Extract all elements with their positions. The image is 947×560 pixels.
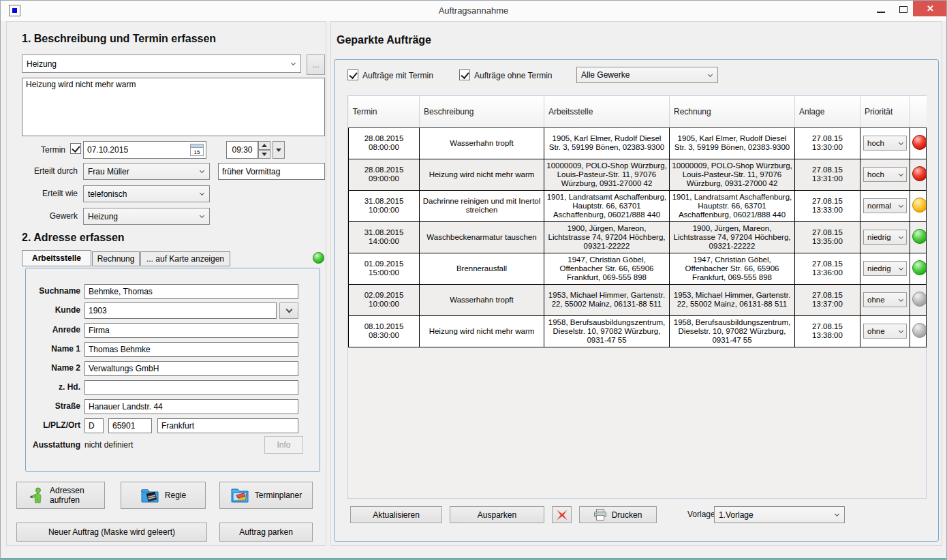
info-button[interactable]: Info <box>264 436 303 454</box>
status-dot <box>912 292 927 307</box>
close-button[interactable] <box>913 1 947 16</box>
strasse-input[interactable] <box>84 399 298 414</box>
cell-beschreibung: Heizung wird nicht mehr warm <box>420 159 544 190</box>
chevron-down-icon <box>200 213 204 218</box>
time-down-button[interactable] <box>258 150 270 159</box>
time-up-button[interactable] <box>258 141 270 150</box>
parked-orders-title: Geparkte Aufträge <box>337 34 431 46</box>
priority-combo[interactable]: niedrig <box>863 261 907 276</box>
ausparken-button[interactable]: Ausparken <box>450 506 544 523</box>
anrede-input[interactable] <box>84 323 298 338</box>
parked-orders-panel: Geparkte Aufträge Aufträge mit Termin Au… <box>330 21 942 546</box>
priority-combo[interactable]: hoch <box>863 167 907 182</box>
cell-termin: 08.10.2015 08:30:00 <box>349 315 420 347</box>
plz-input[interactable] <box>108 418 152 433</box>
vorlage-combo[interactable]: 1.Vorlage <box>714 506 845 523</box>
cell-anlage: 27.08.15 13:31:00 <box>795 159 860 190</box>
tab-arbeitsstelle[interactable]: Arbeitsstelle <box>22 250 91 266</box>
regie-button[interactable]: Regie <box>121 482 206 509</box>
calendar-icon[interactable]: 15 <box>190 144 204 156</box>
description-combo[interactable]: Heizung <box>22 55 301 73</box>
priority-combo[interactable]: normal <box>863 198 907 213</box>
col-rechnung[interactable]: Rechnung <box>670 96 795 127</box>
gewerk-label: Gewerk <box>7 211 78 221</box>
erteilt-wie-combo[interactable]: telefonisch <box>83 185 210 202</box>
ort-input[interactable] <box>157 418 298 433</box>
table-row[interactable]: 28.08.2015 09:00:00 Heizung wird nicht m… <box>349 159 927 190</box>
window-bottom-edge <box>1 558 946 559</box>
name2-input[interactable] <box>84 361 298 376</box>
description-textarea[interactable]: Heizung wird nicht mehr warm <box>22 78 325 136</box>
triangle-down-icon <box>262 153 267 156</box>
col-prioritaet[interactable]: Priorität <box>860 96 910 127</box>
cell-anlage: 27.08.15 13:38:00 <box>795 315 860 347</box>
neuer-auftrag-button[interactable]: Neuer Auftrag (Maske wird geleert) <box>16 523 207 542</box>
maximize-button[interactable] <box>893 1 913 18</box>
cell-arbeitsstelle: 10000009, POLO-Shop Würzburg, Louis-Past… <box>544 159 670 190</box>
col-termin[interactable]: Termin <box>349 96 420 127</box>
adressen-aufrufen-button[interactable]: Adressen aufrufen <box>16 482 105 509</box>
parked-orders-table: Termin Beschreibung Arbeitsstelle Rechnu… <box>348 96 927 347</box>
titlebar: Auftragsannahme <box>1 1 946 21</box>
gewerk-combo[interactable]: Heizung <box>83 208 210 225</box>
gewerke-filter-combo[interactable]: Alle Gewerke <box>576 67 718 83</box>
anrede-label: Anrede <box>7 325 80 335</box>
cell-prioritaet: hoch <box>860 127 910 159</box>
zhd-input[interactable] <box>84 380 298 395</box>
kunde-dropdown-button[interactable] <box>279 302 298 319</box>
table-row[interactable]: 28.08.2015 08:00:00 Wasserhahn tropft 19… <box>349 127 927 159</box>
triangle-up-icon <box>262 144 267 147</box>
cell-rechnung: 1905, Karl Elmer, Rudolf Diesel Str. 3, … <box>670 127 795 159</box>
aktualisieren-button[interactable]: Aktualisieren <box>350 506 442 523</box>
table-row[interactable]: 02.09.2015 10:00:00 Wasserhahn tropft 19… <box>349 284 927 315</box>
tab-rechnung[interactable]: Rechnung <box>92 251 140 266</box>
name2-label: Name 2 <box>7 363 80 373</box>
delete-button[interactable] <box>552 506 572 523</box>
kunde-input[interactable] <box>84 302 277 319</box>
table-row[interactable]: 31.08.2015 14:00:00 Waschbeckenarmatur t… <box>349 221 927 253</box>
cell-beschreibung: Heizung wird nicht mehr warm <box>420 315 544 347</box>
status-dot <box>912 135 927 150</box>
section1-title: 1. Beschreibung und Termin erfassen <box>22 33 216 45</box>
lplzort-label: L/PLZ/Ort <box>7 420 80 430</box>
priority-combo[interactable]: hoch <box>863 136 907 151</box>
termin-checkbox[interactable] <box>70 143 81 154</box>
erteilt-durch-combo[interactable]: Frau Müller <box>83 163 210 180</box>
auftraege-ohne-termin-checkbox[interactable] <box>459 69 470 80</box>
cell-rechnung: 1900, Jürgen, Mareon, Lichtstrasse 74, 9… <box>670 221 795 253</box>
name1-input[interactable] <box>84 342 298 357</box>
termin-date-field[interactable]: 15 <box>83 141 206 159</box>
minimize-button[interactable] <box>870 1 892 18</box>
table-row[interactable]: 01.09.2015 15:00:00 Brennerausfall 1947,… <box>349 253 927 284</box>
priority-combo[interactable]: niedrig <box>863 230 907 245</box>
drucken-button[interactable]: Drucken <box>579 506 657 523</box>
tab-karte-anzeigen[interactable]: ... auf Karte anzeigen <box>140 251 230 266</box>
table-row[interactable]: 31.08.2015 10:00:00 Dachrinne reinigen u… <box>349 190 927 221</box>
termin-note-input[interactable] <box>218 163 325 180</box>
land-input[interactable] <box>84 418 104 433</box>
termin-date-input[interactable] <box>87 145 169 155</box>
col-anlage[interactable]: Anlage <box>795 96 860 127</box>
cell-beschreibung: Dachrinne reinigen und mit Inertol strei… <box>420 190 544 221</box>
cell-rechnung: 1947, Christian Göbel, Offenbacher Str. … <box>670 253 795 284</box>
cell-rechnung: 10000009, POLO-Shop Würzburg, Louis-Past… <box>670 159 795 190</box>
cell-arbeitsstelle: 1905, Karl Elmer, Rudolf Diesel Str. 3, … <box>544 127 670 159</box>
cell-termin: 28.08.2015 08:00:00 <box>349 127 420 159</box>
auftraege-mit-termin-checkbox[interactable] <box>347 69 358 80</box>
terminplaner-button[interactable]: Terminplaner <box>219 482 313 509</box>
auftrag-parken-button[interactable]: Auftrag parken <box>219 523 313 542</box>
cell-arbeitsstelle: 1958, Berufsausbildungszentrum, Dieselst… <box>544 315 670 347</box>
col-arbeitsstelle[interactable]: Arbeitsstelle <box>544 96 670 127</box>
col-beschreibung[interactable]: Beschreibung <box>420 96 544 127</box>
chevron-down-icon <box>200 168 204 173</box>
more-button[interactable]: ... <box>307 55 325 75</box>
table-row[interactable]: 08.10.2015 08:30:00 Heizung wird nicht m… <box>349 315 927 347</box>
suchname-input[interactable] <box>84 284 298 299</box>
priority-combo[interactable]: ohne <box>863 324 907 339</box>
time-dropdown-button[interactable] <box>273 141 285 159</box>
termin-time-input[interactable] <box>226 141 258 159</box>
printer-icon <box>594 509 606 520</box>
cell-beschreibung: Brennerausfall <box>420 253 544 284</box>
cell-prioritaet: niedrig <box>860 221 910 253</box>
priority-combo[interactable]: ohne <box>863 292 907 307</box>
